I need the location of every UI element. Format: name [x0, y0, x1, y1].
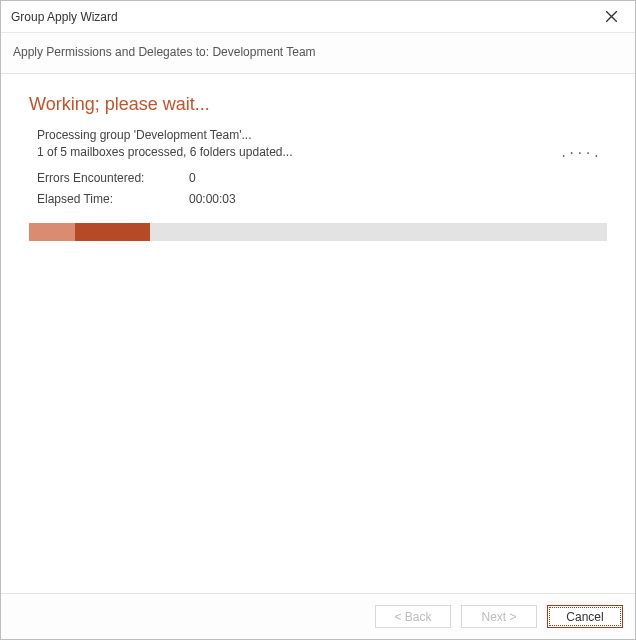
status-block: Processing group 'Development Team'... 1…: [37, 127, 607, 209]
elapsed-label: Elapsed Time:: [37, 191, 189, 208]
close-icon: [606, 11, 617, 22]
subtitle-text: Apply Permissions and Delegates to: Deve…: [13, 45, 316, 59]
progress-fill: [75, 223, 150, 241]
close-button[interactable]: [591, 3, 631, 31]
elapsed-value: 00:00:03: [189, 191, 236, 208]
titlebar: Group Apply Wizard: [1, 1, 635, 33]
back-button: < Back: [375, 605, 451, 628]
working-heading: Working; please wait...: [29, 94, 607, 115]
errors-row: Errors Encountered: 0: [37, 170, 607, 187]
progress-bar: [29, 223, 607, 241]
subtitle-bar: Apply Permissions and Delegates to: Deve…: [1, 33, 635, 74]
next-button: Next >: [461, 605, 537, 628]
errors-value: 0: [189, 170, 196, 187]
wizard-dialog: Group Apply Wizard Apply Permissions and…: [0, 0, 636, 640]
content-area: Working; please wait... Processing group…: [1, 74, 635, 593]
footer-bar: < Back Next > Cancel: [1, 593, 635, 639]
window-title: Group Apply Wizard: [11, 10, 591, 24]
elapsed-row: Elapsed Time: 00:00:03: [37, 191, 607, 208]
progress-fill-buffer: [29, 223, 75, 241]
spinner-icon: .···.: [560, 146, 601, 160]
status-line-1: Processing group 'Development Team'...: [37, 127, 607, 144]
status-line-2: 1 of 5 mailboxes processed, 6 folders up…: [37, 144, 607, 161]
errors-label: Errors Encountered:: [37, 170, 189, 187]
cancel-button[interactable]: Cancel: [547, 605, 623, 628]
